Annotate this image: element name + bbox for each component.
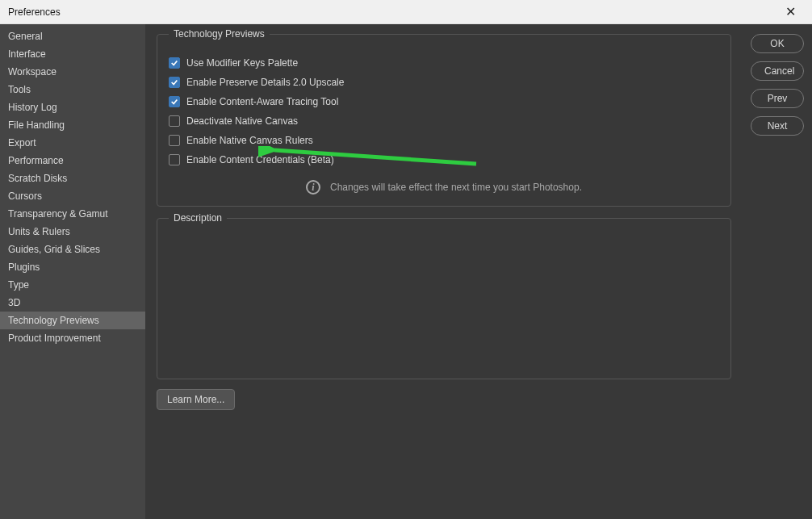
- description-title: Description: [169, 212, 227, 224]
- checkbox[interactable]: [169, 135, 180, 146]
- next-button[interactable]: Next: [751, 116, 804, 136]
- sidebar-item[interactable]: Scratch Disks: [0, 170, 145, 187]
- info-row: i Changes will take effect the next time…: [169, 180, 719, 195]
- prev-button[interactable]: Prev: [751, 89, 804, 108]
- sidebar-item[interactable]: Performance: [0, 152, 145, 170]
- checkbox-row: Enable Preserve Details 2.0 Upscale: [169, 77, 719, 88]
- sidebar-item[interactable]: Export: [0, 134, 145, 152]
- checkbox[interactable]: [169, 96, 180, 107]
- tech-previews-group: Technology Previews Use Modifier Keys Pa…: [157, 34, 731, 207]
- sidebar-item[interactable]: Technology Previews: [0, 312, 145, 329]
- sidebar-item[interactable]: Units & Rulers: [0, 223, 145, 241]
- description-group: Description: [157, 218, 731, 379]
- checkbox[interactable]: [169, 57, 180, 69]
- sidebar-item[interactable]: Plugins: [0, 258, 145, 276]
- sidebar-item[interactable]: File Handling: [0, 116, 145, 134]
- sidebar: GeneralInterfaceWorkspaceToolsHistory Lo…: [0, 24, 145, 519]
- sidebar-item[interactable]: Tools: [0, 81, 145, 98]
- main-panel: Technology Previews Use Modifier Keys Pa…: [145, 24, 743, 519]
- checkbox-row: Use Modifier Keys Palette: [169, 57, 719, 69]
- sidebar-item[interactable]: Cursors: [0, 187, 145, 205]
- checkbox-label: Use Modifier Keys Palette: [186, 57, 298, 69]
- sidebar-item[interactable]: Transparency & Gamut: [0, 205, 145, 223]
- info-icon: i: [306, 180, 320, 195]
- learn-more-button[interactable]: Learn More...: [157, 389, 235, 410]
- sidebar-item[interactable]: Type: [0, 276, 145, 294]
- sidebar-item[interactable]: Interface: [0, 45, 145, 63]
- checkbox-row: Enable Content-Aware Tracing Tool: [169, 96, 719, 107]
- checkbox-row: Deactivate Native Canvas: [169, 115, 719, 127]
- sidebar-item[interactable]: Product Improvement: [0, 329, 145, 347]
- checkbox-label: Enable Native Canvas Rulers: [186, 135, 313, 146]
- dialog-buttons: OK Cancel Prev Next: [743, 24, 812, 519]
- checkbox[interactable]: [169, 154, 180, 165]
- window-title: Preferences: [8, 6, 61, 18]
- checkbox-label: Deactivate Native Canvas: [186, 115, 298, 127]
- sidebar-item[interactable]: 3D: [0, 294, 145, 312]
- checkbox-label: Enable Content Credentials (Beta): [186, 154, 334, 165]
- checkbox-row: Enable Native Canvas Rulers: [169, 135, 719, 146]
- checkbox-label: Enable Preserve Details 2.0 Upscale: [186, 77, 344, 88]
- titlebar: Preferences ✕: [0, 0, 812, 24]
- group-title: Technology Previews: [169, 28, 270, 40]
- sidebar-item[interactable]: General: [0, 27, 145, 45]
- checkbox-row: Enable Content Credentials (Beta): [169, 154, 719, 165]
- sidebar-item[interactable]: History Log: [0, 98, 145, 116]
- sidebar-item[interactable]: Guides, Grid & Slices: [0, 241, 145, 258]
- checkbox[interactable]: [169, 77, 180, 88]
- checkbox-label: Enable Content-Aware Tracing Tool: [186, 96, 338, 107]
- sidebar-item[interactable]: Workspace: [0, 63, 145, 81]
- options-list: Use Modifier Keys PaletteEnable Preserve…: [169, 57, 719, 165]
- ok-button[interactable]: OK: [751, 34, 804, 53]
- content: GeneralInterfaceWorkspaceToolsHistory Lo…: [0, 24, 812, 519]
- close-icon[interactable]: ✕: [777, 1, 804, 23]
- checkbox[interactable]: [169, 115, 180, 127]
- cancel-button[interactable]: Cancel: [751, 61, 804, 81]
- info-text: Changes will take effect the next time y…: [330, 182, 582, 193]
